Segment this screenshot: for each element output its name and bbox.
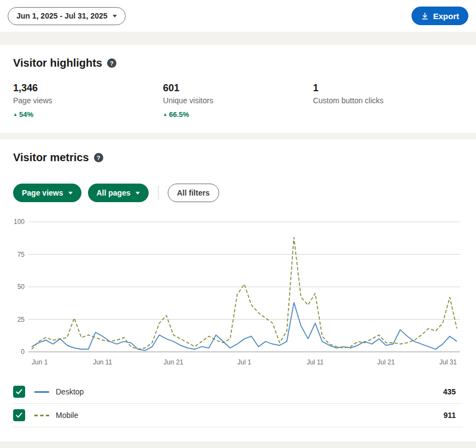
svg-text:Jun 11: Jun 11 xyxy=(93,358,112,366)
highlight-metrics: 1,346 Page views ▲ 54% 601 Unique visito… xyxy=(13,82,463,119)
metric-label: Unique visitors xyxy=(163,96,313,105)
top-toolbar: Jun 1, 2025 - Jul 31, 2025 Export xyxy=(0,0,476,32)
chevron-down-icon xyxy=(136,192,140,194)
visitor-highlights-card: Visitor highlights ? 1,346 Page views ▲ … xyxy=(0,45,476,133)
svg-text:50: 50 xyxy=(17,283,25,291)
desktop-line-swatch xyxy=(34,391,49,393)
legend-label: Desktop xyxy=(56,387,84,396)
checkmark-icon xyxy=(15,388,23,396)
chevron-down-icon xyxy=(113,15,117,17)
metric-page-views: 1,346 Page views ▲ 54% xyxy=(13,82,163,119)
metric-change: ▲ 54% xyxy=(13,110,163,119)
svg-text:0: 0 xyxy=(21,348,25,356)
metric-value: 1,346 xyxy=(13,82,163,94)
section-gap xyxy=(0,32,476,45)
svg-text:Jul 1: Jul 1 xyxy=(237,358,251,366)
chart-filters: Page views All pages All filters xyxy=(13,184,463,202)
filter-divider xyxy=(158,186,158,200)
svg-text:Jun 1: Jun 1 xyxy=(32,358,48,366)
visitor-metrics-line-chart: 0255075100Jun 1Jun 11Jun 21Jul 1Jul 11Ju… xyxy=(13,214,463,367)
metric-dropdown-label: Page views xyxy=(22,188,63,197)
export-label: Export xyxy=(433,11,459,21)
metric-change-value: 66.5% xyxy=(169,110,189,119)
export-button[interactable]: Export xyxy=(412,7,468,25)
download-icon xyxy=(421,12,429,20)
up-arrow-icon: ▲ xyxy=(163,113,167,117)
legend-total: 435 xyxy=(443,387,456,396)
metric-unique-visitors: 601 Unique visitors ▲ 66.5% xyxy=(163,82,313,119)
legend-row-desktop[interactable]: Desktop 435 xyxy=(13,380,463,404)
pages-dropdown-button[interactable]: All pages xyxy=(88,184,149,202)
section-gap xyxy=(0,133,476,139)
all-filters-button[interactable]: All filters xyxy=(168,184,219,202)
legend-total: 911 xyxy=(443,411,456,420)
metric-value: 601 xyxy=(163,82,313,94)
mobile-line-swatch xyxy=(34,415,49,416)
chart-legend: Desktop 435 Mobile 911 xyxy=(13,380,463,427)
help-icon[interactable]: ? xyxy=(107,58,116,68)
legend-row-mobile[interactable]: Mobile 911 xyxy=(13,404,463,427)
legend-label: Mobile xyxy=(56,411,78,420)
metric-dropdown-button[interactable]: Page views xyxy=(13,184,81,202)
metric-value: 1 xyxy=(313,82,463,94)
date-range-label: Jun 1, 2025 - Jul 31, 2025 xyxy=(16,11,108,20)
metric-label: Page views xyxy=(13,96,163,105)
metric-custom-button-clicks: 1 Custom button clicks ▲ xyxy=(313,82,463,119)
date-range-picker[interactable]: Jun 1, 2025 - Jul 31, 2025 xyxy=(8,7,126,25)
svg-text:Jul 11: Jul 11 xyxy=(307,358,324,366)
visitor-metrics-title: Visitor metrics xyxy=(13,151,89,164)
help-icon[interactable]: ? xyxy=(94,153,103,162)
desktop-checkbox[interactable] xyxy=(13,386,25,398)
up-arrow-icon: ▲ xyxy=(13,113,17,117)
chart-area: 0255075100Jun 1Jun 11Jun 21Jul 1Jul 11Ju… xyxy=(13,214,463,367)
svg-text:Jun 21: Jun 21 xyxy=(163,358,183,366)
checkmark-icon xyxy=(15,411,23,419)
mobile-checkbox[interactable] xyxy=(13,409,25,421)
pages-dropdown-label: All pages xyxy=(97,188,131,197)
visitor-metrics-card: Visitor metrics ? Page views All pages A… xyxy=(0,139,476,441)
chevron-down-icon xyxy=(68,192,73,194)
svg-text:25: 25 xyxy=(17,316,25,323)
svg-text:Jul 31: Jul 31 xyxy=(439,358,457,366)
metric-label: Custom button clicks xyxy=(313,96,463,105)
visitor-highlights-title: Visitor highlights xyxy=(13,57,102,69)
all-filters-label: All filters xyxy=(177,188,210,197)
metric-change-value: 54% xyxy=(19,110,33,119)
svg-text:100: 100 xyxy=(14,218,25,226)
metric-change: ▲ 66.5% xyxy=(163,110,313,119)
svg-text:75: 75 xyxy=(17,251,25,258)
svg-text:Jul 21: Jul 21 xyxy=(377,358,395,366)
